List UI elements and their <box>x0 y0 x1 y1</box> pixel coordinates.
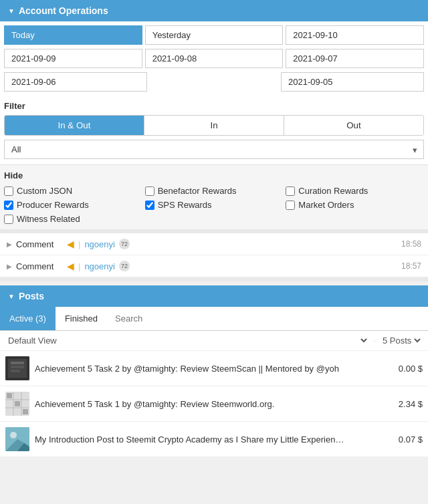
post-item-1[interactable]: Achievement 5 Task 1 by @tamighty: Revie… <box>0 386 428 422</box>
checkbox-curation-rewards[interactable]: Curation Rewards <box>286 186 424 196</box>
activity-list: ▶ Comment ◀ | ngoenyi 72 18:58 ▶ Comment… <box>0 233 428 277</box>
post-thumb-icon-1 <box>5 392 29 416</box>
posts-section: ▼ Posts Active (3) Finished Default View… <box>0 285 428 457</box>
expand-icon-1[interactable]: ▶ <box>7 263 12 270</box>
post-thumb-icon-0 <box>5 356 29 380</box>
account-operations-section: ▼ Account Operations Today Yesterday 202… <box>0 0 428 229</box>
svg-rect-4 <box>11 370 20 372</box>
post-value-0: 0.00 $ <box>399 364 423 374</box>
expand-icon-0[interactable]: ▶ <box>7 241 12 248</box>
activity-badge-1: 72 <box>119 261 130 271</box>
date-2021-09-10[interactable]: 2021-09-10 <box>286 25 424 45</box>
account-operations-title: Account Operations <box>19 5 108 16</box>
checkbox-benefactor-rewards-input[interactable] <box>145 186 154 196</box>
posts-header: ▼ Posts <box>0 285 428 307</box>
date-2021-09-05[interactable]: 2021-09-05 <box>281 72 424 92</box>
tab-out[interactable]: Out <box>284 116 423 135</box>
post-text-2: My Introduction Post to Steemit Crypto A… <box>35 434 391 445</box>
post-value-1: 2.34 $ <box>399 399 423 409</box>
activity-user-1[interactable]: ngoenyi <box>84 261 115 271</box>
date-2021-09-09[interactable]: 2021-09-09 <box>4 49 142 68</box>
date-yesterday[interactable]: Yesterday <box>145 25 284 45</box>
activity-item-1: ▶ Comment ◀ | ngoenyi 72 18:57 <box>0 255 428 277</box>
all-dropdown[interactable]: All <box>4 140 424 159</box>
view-dropdown[interactable]: Default View <box>5 335 369 346</box>
activity-time-0: 18:58 <box>401 239 421 249</box>
activity-sep-0: | <box>78 239 80 249</box>
checkbox-market-orders[interactable]: Market Orders <box>286 200 424 210</box>
checkbox-curation-rewards-label: Curation Rewards <box>298 186 368 196</box>
tab-active[interactable]: Active (3) <box>0 307 56 330</box>
posts-controls: Default View · 5 Posts <box>0 331 428 351</box>
checkbox-sps-rewards-input[interactable] <box>145 201 154 210</box>
filter-label: Filter <box>4 101 424 111</box>
checkbox-producer-rewards-input[interactable] <box>4 201 13 210</box>
svg-rect-2 <box>11 362 24 364</box>
date-2021-09-08[interactable]: 2021-09-08 <box>145 49 284 68</box>
checkbox-grid: Custom JSON Benefactor Rewards Curation … <box>4 186 424 224</box>
checkbox-sps-rewards[interactable]: SPS Rewards <box>145 200 284 210</box>
tab-in[interactable]: In <box>144 116 284 135</box>
chevron-down-icon: ▼ <box>8 7 15 15</box>
date-today[interactable]: Today <box>4 25 142 45</box>
post-text-0: Achievement 5 Task 2 by @tamighty: Revie… <box>35 364 391 374</box>
checkbox-producer-rewards-label: Producer Rewards <box>17 200 89 210</box>
activity-sep-1: | <box>78 261 80 271</box>
posts-title: Posts <box>19 291 44 301</box>
checkbox-market-orders-label: Market Orders <box>298 200 354 210</box>
date-grid-row2: 2021-09-09 2021-09-08 2021-09-07 <box>0 49 428 72</box>
activity-time-1: 18:57 <box>401 261 421 271</box>
posts-tabs: Active (3) Finished <box>0 307 428 331</box>
svg-rect-12 <box>23 409 28 414</box>
checkbox-benefactor-rewards[interactable]: Benefactor Rewards <box>145 186 284 196</box>
dot-separator: · <box>373 336 376 346</box>
checkbox-witness-related-input[interactable] <box>4 215 13 224</box>
svg-point-14 <box>10 432 17 438</box>
date-grid-row3: 2021-09-06 2021-09-05 <box>0 72 428 96</box>
tab-in-out[interactable]: In & Out <box>5 116 144 135</box>
all-dropdown-wrapper: All <box>4 140 424 159</box>
post-value-2: 0.07 $ <box>399 434 423 445</box>
activity-arrow-icon-1: ◀ <box>67 261 74 271</box>
activity-item-0: ▶ Comment ◀ | ngoenyi 72 18:58 <box>0 233 428 255</box>
search-input[interactable] <box>107 307 428 330</box>
post-thumb-1 <box>5 392 29 416</box>
filter-section: Filter In & Out In Out All <box>0 96 428 164</box>
filter-tabs: In & Out In Out <box>4 115 424 136</box>
checkbox-producer-rewards[interactable]: Producer Rewards <box>4 200 142 210</box>
checkbox-market-orders-input[interactable] <box>286 201 295 210</box>
checkbox-custom-json-label: Custom JSON <box>17 186 72 196</box>
checkbox-sps-rewards-label: SPS Rewards <box>158 200 212 210</box>
divider-2 <box>0 277 428 281</box>
activity-arrow-icon-0: ◀ <box>67 239 74 249</box>
date-2021-09-07[interactable]: 2021-09-07 <box>286 49 424 68</box>
checkbox-curation-rewards-input[interactable] <box>286 186 295 196</box>
checkbox-witness-related[interactable]: Witness Related <box>4 214 142 224</box>
activity-type-0: Comment <box>16 239 63 249</box>
activity-badge-0: 72 <box>119 239 130 249</box>
post-item-2[interactable]: My Introduction Post to Steemit Crypto A… <box>0 422 428 457</box>
hide-label: Hide <box>4 170 424 180</box>
date-grid-row1: Today Yesterday 2021-09-10 <box>0 21 428 49</box>
checkbox-custom-json[interactable]: Custom JSON <box>4 186 142 196</box>
posts-chevron-icon: ▼ <box>8 293 15 300</box>
date-2021-09-06[interactable]: 2021-09-06 <box>4 72 147 92</box>
post-item-0[interactable]: Achievement 5 Task 2 by @tamighty: Revie… <box>0 351 428 386</box>
activity-type-1: Comment <box>16 261 63 271</box>
post-text-1: Achievement 5 Task 1 by @tamighty: Revie… <box>35 399 391 409</box>
checkbox-witness-related-label: Witness Related <box>17 214 80 224</box>
svg-rect-10 <box>7 393 12 398</box>
checkbox-benefactor-rewards-label: Benefactor Rewards <box>158 186 237 196</box>
post-thumb-icon-2 <box>5 427 29 451</box>
post-thumb-2 <box>5 427 29 451</box>
hide-section: Hide Custom JSON Benefactor Rewards Cura… <box>0 164 428 229</box>
account-operations-header: ▼ Account Operations <box>0 0 428 21</box>
svg-rect-11 <box>15 401 20 406</box>
activity-user-0[interactable]: ngoenyi <box>84 239 115 249</box>
checkbox-custom-json-input[interactable] <box>4 186 13 196</box>
post-thumb-0 <box>5 356 29 380</box>
svg-rect-3 <box>11 366 24 368</box>
tab-finished[interactable]: Finished <box>56 307 107 330</box>
count-dropdown[interactable]: 5 Posts <box>380 335 423 346</box>
